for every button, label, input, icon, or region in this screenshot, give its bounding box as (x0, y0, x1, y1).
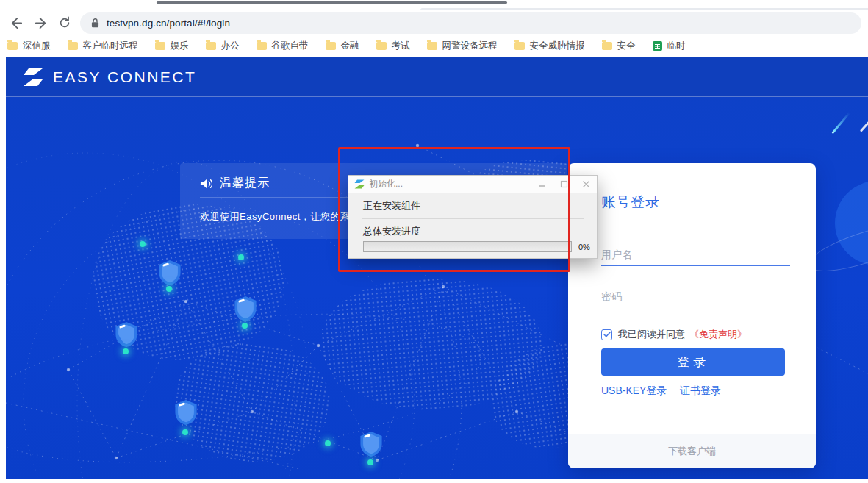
progress-percent: 0% (578, 243, 590, 251)
username-field (601, 235, 790, 266)
bookmark-folder[interactable]: 深信服 (7, 40, 51, 52)
horn-icon (200, 178, 212, 190)
shield-icon (159, 260, 181, 288)
bookmark-folder[interactable]: 安全 (602, 40, 636, 52)
glow-dot (140, 241, 146, 247)
agree-label: 我已阅读并同意 (618, 328, 685, 341)
card-footer: 下载客户端 (568, 434, 816, 468)
reload-button[interactable] (57, 15, 72, 30)
browser-toolbar: testvpn.dg.cn/portal/#!/login (0, 10, 868, 35)
folder-icon (206, 42, 216, 50)
glow-dot (166, 286, 172, 292)
bookmarks-bar: 深信服 客户临时远程 娱乐 办公 谷歌自带 金融 考试 网警设备远程 安全威胁情… (0, 35, 868, 57)
folder-icon (7, 42, 18, 50)
minimize-icon[interactable] (531, 176, 553, 193)
tab-strip (0, 0, 868, 10)
site-header: EASY CONNECT (6, 57, 868, 97)
login-button[interactable]: 登录 (601, 348, 785, 376)
dialog-title: 初始化... (369, 178, 403, 190)
lock-icon[interactable] (90, 17, 101, 29)
sheet-icon (653, 41, 662, 51)
bookmark-folder[interactable]: 娱乐 (155, 40, 189, 52)
folder-icon (68, 42, 78, 50)
tab-bottom-edge (157, 1, 507, 4)
url-text[interactable]: testvpn.dg.cn/portal/#!/login (107, 18, 230, 29)
reload-icon (58, 16, 71, 29)
bookmark-folder[interactable]: 金融 (326, 40, 359, 52)
browser-window: testvpn.dg.cn/portal/#!/login 深信服 客户临时远程… (0, 0, 868, 483)
folder-icon (602, 42, 612, 50)
check-icon (603, 332, 611, 337)
dialog-titlebar[interactable]: 初始化... (348, 176, 597, 193)
glow-dot (238, 254, 244, 260)
bookmark-folder[interactable]: 考试 (376, 40, 410, 52)
forward-button[interactable] (33, 15, 48, 30)
tip-title: 温馨提示 (220, 176, 270, 191)
shield-icon (115, 322, 137, 350)
glow-dot (367, 459, 373, 465)
bookmark-folder[interactable]: 谷歌自带 (257, 40, 309, 52)
back-arrow-icon (10, 16, 24, 30)
glow-dot (242, 323, 248, 329)
close-icon[interactable] (575, 176, 597, 193)
folder-icon (376, 42, 387, 50)
glow-dot (325, 440, 331, 446)
easyconnect-page: EASY CONNECT 温馨提示 欢迎使用EasyConnect，让您的系统接… (6, 57, 868, 479)
password-input[interactable] (601, 290, 790, 302)
progress-label: 总体安装进度 (363, 225, 420, 238)
folder-icon (155, 42, 165, 50)
folder-icon (427, 42, 437, 50)
usbkey-login-link[interactable]: USB-KEY登录 (601, 384, 667, 398)
username-input[interactable] (601, 248, 790, 260)
installing-status-text: 正在安装组件 (363, 199, 420, 212)
forward-arrow-icon (34, 16, 48, 30)
maximize-icon[interactable] (553, 176, 575, 193)
bookmark-folder[interactable]: 办公 (206, 40, 240, 52)
disclaimer-link[interactable]: 《免责声明》 (689, 328, 747, 341)
login-title: 账号登录 (601, 193, 660, 212)
password-field (601, 276, 790, 307)
bookmark-folder[interactable]: 安全威胁情报 (514, 40, 585, 52)
bookmark-sheet[interactable]: 临时 (653, 40, 686, 52)
site-logo-text: EASY CONNECT (53, 68, 196, 86)
easyconnect-logo-icon (22, 68, 44, 87)
sangfor-logo-icon (354, 179, 365, 189)
agreement-row: 我已阅读并同意 《免责声明》 (601, 328, 747, 341)
download-client-link[interactable]: 下载客户端 (668, 445, 716, 458)
folder-icon (326, 42, 336, 50)
folder-icon (514, 42, 525, 50)
progress-bar (363, 241, 572, 252)
dialog-divider (362, 218, 584, 219)
shield-icon (175, 400, 197, 428)
agree-checkbox[interactable] (601, 329, 612, 340)
shield-icon (360, 432, 382, 459)
login-card: 账号登录 我已阅读并同意 《免责声明》 登录 USB-KEY登录 证书登录 下载… (568, 163, 816, 468)
cert-login-link[interactable]: 证书登录 (680, 384, 721, 398)
glow-dot (123, 348, 129, 354)
bookmark-folder[interactable]: 网警设备远程 (427, 40, 498, 52)
bookmark-folder[interactable]: 客户临时远程 (68, 40, 138, 52)
glow-dot (182, 429, 188, 435)
initializing-dialog: 初始化... 正在安装组件 总体安装进度 0 (348, 175, 598, 259)
address-bar[interactable]: testvpn.dg.cn/portal/#!/login (80, 12, 861, 34)
back-button[interactable] (9, 15, 24, 30)
shield-icon (234, 296, 257, 324)
folder-icon (257, 42, 267, 50)
